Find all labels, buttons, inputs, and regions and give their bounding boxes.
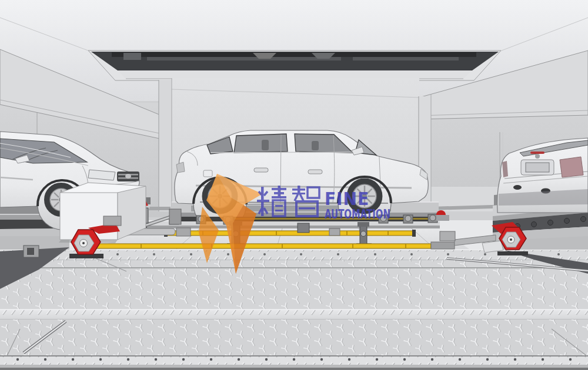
trunk-emblem (535, 154, 540, 159)
taillight-right (560, 157, 583, 177)
parking-system-render: FINE AUTOMATION (0, 0, 588, 370)
pit-back-rail (147, 221, 440, 226)
brand-en-line1: FINE (325, 188, 369, 209)
upper-pallet-silhouette (112, 52, 476, 57)
brake-light-strip (530, 152, 544, 154)
clamp-device-center (298, 223, 309, 233)
sensor-box (440, 231, 455, 241)
foreground-floor (0, 250, 588, 370)
license-plate (526, 163, 549, 172)
scene-svg: FINE AUTOMATION (0, 0, 588, 370)
exhaust-left (513, 185, 522, 190)
bevel-bolts (16, 358, 572, 361)
left-pillar (159, 78, 172, 211)
grille (117, 171, 139, 181)
brand-en-line2: AUTOMATION (325, 207, 390, 221)
opening-fascia (118, 70, 472, 79)
door-handle-front (308, 170, 322, 174)
door-handle-rear (254, 168, 268, 172)
small-device-left (24, 245, 39, 257)
